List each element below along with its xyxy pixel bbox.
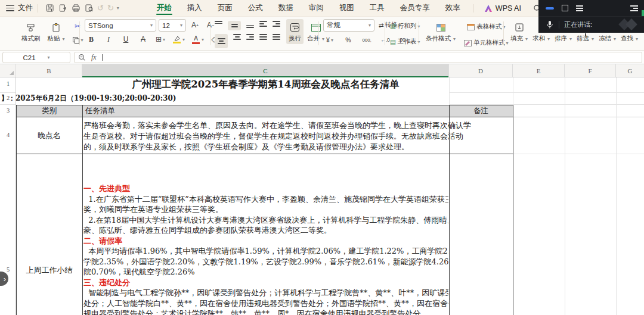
cut-icon[interactable]: ✂: [71, 20, 85, 32]
column-header-g[interactable]: G: [616, 64, 644, 77]
restore-window-icon[interactable]: [562, 5, 568, 11]
file-menu[interactable]: 文件: [18, 3, 33, 13]
menu-tab[interactable]: 插入: [179, 0, 210, 16]
sheet-grid: 1 2 3 4 5 广州理工学院2025年春季学期第14周班会及晚点名任务清单 …: [0, 77, 644, 315]
attendance-tasks-cell[interactable]: 严格班会考勤，落实未参会学生名单、原因及去向。对在途学生、请假至班会当晚的学生，…: [83, 120, 448, 152]
microphone-icon[interactable]: [546, 20, 553, 29]
minimize-icon[interactable]: [546, 7, 554, 10]
conditional-format-button[interactable]: 条件格式▾: [423, 19, 458, 44]
distributed-icon[interactable]: [273, 34, 280, 48]
speaking-status-label: 正在讲话:: [564, 20, 592, 29]
select-all-corner[interactable]: [0, 64, 16, 77]
borders-button[interactable]: ⊞▾: [154, 33, 167, 45]
fill-color-swatch: [173, 42, 181, 43]
formula-input[interactable]: fx: [74, 52, 642, 63]
table-style-button[interactable]: 表格样式▾: [463, 21, 509, 33]
worksheet-button[interactable]: ▤ 工作表▾: [389, 36, 421, 48]
date-line-cell[interactable]: 】：2025年6月2日（19:00-19:30;20:00-20:30): [1, 93, 176, 104]
sheet-title-cell[interactable]: 广州理工学院2025年春季学期第14周班会及晚点名任务清单: [82, 78, 449, 92]
attendance-category-cell[interactable]: 晚点名: [16, 117, 82, 154]
formula-zoom-icon: [78, 54, 86, 61]
font-size-select[interactable]: 12▾: [159, 19, 186, 32]
underline-button[interactable]: U: [119, 33, 132, 45]
name-box[interactable]: C21▾: [2, 52, 70, 63]
menu-tab[interactable]: 页面: [210, 0, 240, 16]
fx-icon[interactable]: fx: [91, 53, 97, 62]
cell-text-line: 严格班会考勤，落实未参会学生名单、原因及去向。对在途学生、请假至班会当晚的学生，…: [83, 120, 448, 131]
align-center-icon[interactable]: [233, 34, 241, 48]
strikethrough-button[interactable]: A: [137, 33, 150, 45]
column-header-d[interactable]: D: [449, 64, 513, 77]
print-preview-icon[interactable]: [82, 2, 95, 14]
row-header-1[interactable]: 1: [0, 80, 16, 87]
header-category-cell[interactable]: 类别: [16, 106, 82, 116]
table-style-icon: [467, 24, 475, 30]
row-header-3[interactable]: 3: [0, 107, 16, 114]
column-header-f[interactable]: F: [565, 64, 616, 77]
fill-icon: [515, 20, 524, 35]
menu-tab[interactable]: 审阅: [301, 0, 332, 16]
column-header-b[interactable]: B: [16, 64, 82, 77]
percent-icon[interactable]: %: [342, 34, 355, 46]
save-icon[interactable]: [43, 2, 56, 14]
header-remark-cell[interactable]: 备注: [449, 106, 513, 116]
quick-access-dropdown-icon[interactable]: ▾: [117, 5, 119, 11]
align-top-icon[interactable]: [215, 21, 222, 28]
increase-indent-icon[interactable]: [273, 21, 280, 30]
conditional-format-icon: [436, 20, 445, 35]
menu-tab[interactable]: 工具: [362, 0, 392, 16]
undo-icon[interactable]: ↺: [95, 4, 106, 13]
font-name-select[interactable]: STSong▾: [85, 19, 156, 32]
menu-tab[interactable]: 公式: [240, 0, 271, 16]
menu-tab[interactable]: 效率: [438, 0, 468, 16]
menu-tab[interactable]: 视图: [332, 0, 362, 16]
font-color-button[interactable]: A▾: [190, 33, 205, 45]
cell-text-line: 生是否返校。对于请假超过班会当晚的学生，督促学生在规定返校时间返校并办理销假手续…: [83, 131, 448, 142]
panel-toggle-icon[interactable]: [630, 5, 638, 11]
justify-icon[interactable]: [259, 34, 267, 48]
wps-ai-logo-icon: [484, 5, 493, 12]
number-format-select[interactable]: 常规▾: [323, 19, 374, 32]
fill-button[interactable]: 填充▾: [508, 19, 530, 44]
cell-text-line: 奖，刘曦同学在英语专业组荣获三等奖。: [83, 204, 448, 215]
format-painter-button[interactable]: 格式刷: [19, 19, 43, 44]
fill-color-button[interactable]: ▾: [171, 33, 186, 45]
member-list-icon[interactable]: [576, 5, 583, 11]
wps-ai-button[interactable]: WPS AI: [478, 4, 527, 13]
hamburger-menu-icon[interactable]: [6, 5, 14, 11]
column-header-e[interactable]: E: [513, 64, 565, 77]
wrap-text-button[interactable]: 换行: [286, 19, 304, 44]
bold-button[interactable]: B: [85, 33, 98, 45]
summary-category-cell[interactable]: 上周工作小结: [16, 265, 82, 276]
copy-icon[interactable]: ▾: [71, 34, 85, 46]
menu-tab[interactable]: 数据: [271, 0, 301, 16]
summary-tasks-cell[interactable]: 一、先进典型 1.在广东省第十二届“联盟杯”本科高校英语写作大赛中，李盈颖、余清…: [83, 154, 448, 315]
rows-columns-button[interactable]: ▥ 行和列▾: [389, 20, 421, 32]
thousand-separator-icon[interactable]: 000,: [360, 34, 373, 46]
increase-font-icon[interactable]: A+: [188, 19, 202, 31]
formula-bar: C21▾ fx: [0, 51, 644, 64]
cell-style-icon: [464, 40, 472, 46]
cell-text-line: 三、违纪处分: [83, 277, 448, 288]
paste-button[interactable]: 粘贴▾: [45, 19, 67, 44]
decrease-indent-icon[interactable]: [259, 21, 267, 30]
align-left-icon[interactable]: [215, 34, 228, 48]
edge-green-sliver: [642, 10, 644, 16]
italic-button[interactable]: I: [102, 33, 115, 45]
cell-style-button[interactable]: 单元格样式▾: [463, 37, 509, 49]
column-header-c[interactable]: C: [82, 64, 449, 77]
ribbon-tabs: 开始插入页面公式数据审阅视图工具会员专享效率: [149, 0, 468, 16]
header-tasks-cell[interactable]: 任务清单: [85, 106, 115, 116]
menu-tab[interactable]: 会员专享: [392, 0, 438, 16]
currency-icon[interactable]: ¥▾: [323, 34, 336, 46]
align-middle-icon[interactable]: [228, 21, 241, 30]
output-as-icon[interactable]: [56, 2, 69, 14]
cell-text-line: 一、先进典型: [83, 183, 448, 194]
menu-tab[interactable]: 开始: [149, 0, 179, 16]
row-header-4[interactable]: 4: [0, 132, 16, 138]
print-icon[interactable]: [69, 2, 82, 14]
divider: [473, 4, 473, 13]
align-bottom-icon[interactable]: [246, 21, 254, 28]
redo-icon[interactable]: ↻: [106, 4, 116, 13]
align-right-icon[interactable]: [246, 34, 254, 48]
